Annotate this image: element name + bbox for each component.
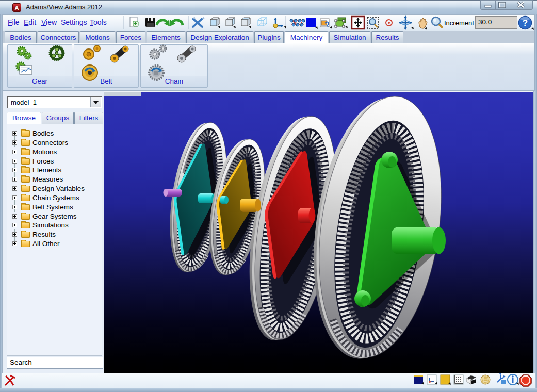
svg-text:?: ? <box>523 18 528 28</box>
